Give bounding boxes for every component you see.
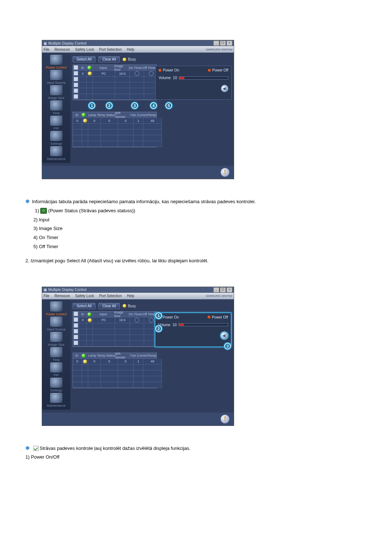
row-checkbox[interactable] bbox=[74, 94, 78, 99]
row-status-icon bbox=[88, 318, 92, 322]
sidebar-item-time[interactable]: Time bbox=[50, 100, 62, 115]
power-off-button[interactable]: Power Off bbox=[208, 315, 228, 319]
col-input: Input bbox=[93, 65, 114, 70]
row-status-icon bbox=[83, 119, 87, 123]
sidebar-item-settings[interactable]: Settings bbox=[50, 131, 62, 145]
status-bar: ! bbox=[42, 413, 234, 426]
menu-help[interactable]: Help bbox=[127, 294, 134, 298]
row-checkbox[interactable] bbox=[74, 323, 78, 328]
maximize-button[interactable]: ▢ bbox=[220, 41, 226, 46]
table-row[interactable]: 0 0 0 0 1 49 bbox=[73, 359, 162, 365]
sidebar-item-pip[interactable]: PIP bbox=[50, 362, 62, 377]
sidebar-item-image-size[interactable]: Image Size bbox=[48, 85, 64, 100]
sidebar-item-input-source[interactable]: Input Source bbox=[47, 317, 65, 331]
menu-remocon[interactable]: Remocon bbox=[54, 294, 70, 298]
row-checkbox[interactable] bbox=[74, 83, 78, 88]
menu-help[interactable]: Help bbox=[127, 48, 134, 52]
image-size-icon bbox=[50, 332, 62, 342]
select-all-button[interactable]: Select All bbox=[73, 56, 95, 62]
legend-power-onoff: 1) Power On/Off bbox=[25, 454, 367, 461]
star-icon: ✱ bbox=[25, 198, 30, 204]
menu-safety-lock[interactable]: Safety Lock bbox=[75, 294, 94, 298]
row-checkbox[interactable] bbox=[74, 317, 78, 323]
callout-4: 4 bbox=[150, 102, 158, 110]
sidebar-item-pip[interactable]: PIP bbox=[50, 116, 62, 130]
app-icon: ▣ bbox=[44, 41, 47, 45]
minimize-button[interactable]: _ bbox=[213, 41, 219, 46]
check-all[interactable] bbox=[74, 65, 78, 70]
select-all-button[interactable]: Select All bbox=[73, 303, 95, 309]
off-timer-icon bbox=[149, 71, 154, 76]
callout-1: 1 bbox=[88, 102, 96, 110]
menu-safety-lock[interactable]: Safety Lock bbox=[75, 48, 94, 52]
mute-button[interactable]: ◀) bbox=[221, 85, 228, 92]
legend-off-timer: 5) Off Timer bbox=[33, 243, 367, 251]
check-all[interactable] bbox=[74, 312, 78, 317]
pip-icon bbox=[50, 362, 62, 373]
row-checkbox[interactable] bbox=[74, 341, 78, 346]
time-icon bbox=[50, 347, 62, 357]
callout-5: 5 bbox=[165, 102, 173, 110]
main-area: Select All Clear All Busy ID Input Image… bbox=[70, 53, 234, 163]
row-checkbox[interactable] bbox=[74, 71, 78, 76]
sidebar-item-time[interactable]: Time bbox=[50, 347, 62, 362]
menu-file[interactable]: File bbox=[44, 294, 49, 298]
power-off-button[interactable]: Power Off bbox=[208, 68, 228, 72]
maximize-button[interactable]: ▢ bbox=[220, 287, 226, 292]
titlebar: ▣ Multiple Display Control _ ▢ × bbox=[42, 40, 234, 46]
close-button[interactable]: × bbox=[226, 287, 232, 292]
callout-3: 3 bbox=[131, 102, 139, 110]
power-on-button[interactable]: Power On bbox=[159, 68, 179, 72]
sidebar-item-maintenance[interactable]: Maintenance bbox=[47, 146, 66, 161]
mute-button[interactable]: ◀) bbox=[221, 332, 228, 339]
status-icon bbox=[82, 113, 86, 117]
close-button[interactable]: × bbox=[226, 41, 232, 46]
row-checkbox[interactable] bbox=[74, 89, 78, 94]
row-status-icon bbox=[88, 71, 92, 75]
display-info-table: ID Input Image Size On Timer Off Timer 0… bbox=[73, 65, 157, 100]
sidebar-item-power-control[interactable]: Power Control bbox=[46, 301, 66, 316]
sidebar-item-settings[interactable]: Settings bbox=[50, 378, 62, 392]
volume-slider[interactable] bbox=[179, 323, 228, 326]
col-off-timer: Off Timer bbox=[143, 65, 156, 70]
input-source-icon bbox=[50, 317, 62, 327]
menu-port-selection[interactable]: Port Selection bbox=[99, 48, 122, 52]
callout-b2: 2 bbox=[155, 325, 163, 333]
sidebar-item-image-size[interactable]: Image Size bbox=[48, 332, 64, 346]
sidebar: Power Control Input Source Image Size Ti… bbox=[42, 299, 70, 410]
sidebar-item-power-control[interactable]: Power Control bbox=[46, 55, 66, 69]
settings-icon bbox=[50, 378, 62, 388]
sidebar-item-input-source[interactable]: Input Source bbox=[47, 70, 65, 85]
image-size-icon bbox=[50, 85, 62, 95]
outro-text: Strāvas padeves kontrole ļauj kontrolēt … bbox=[40, 446, 191, 451]
menu-file[interactable]: File bbox=[44, 48, 49, 52]
window-title: Multiple Display Control bbox=[48, 288, 86, 292]
menubar: File Remocon Safety Lock Port Selection … bbox=[42, 293, 234, 299]
table-row[interactable]: 0 PC 16:9 bbox=[73, 71, 158, 77]
power-status-icon bbox=[40, 208, 47, 214]
menu-port-selection[interactable]: Port Selection bbox=[99, 294, 122, 298]
table-row[interactable]: 0 PC 16:9 bbox=[73, 317, 158, 323]
maintenance-icon bbox=[50, 146, 62, 156]
intro-text: Informācijas tabula parāda nepieciešamo … bbox=[32, 199, 256, 204]
off-timer-icon bbox=[149, 318, 154, 323]
clear-all-button[interactable]: Clear All bbox=[98, 56, 120, 62]
row-checkbox[interactable] bbox=[74, 77, 78, 82]
volume-label: Volume bbox=[159, 76, 171, 80]
clear-all-button[interactable]: Clear All bbox=[98, 303, 120, 309]
table-row[interactable]: 0 0 0 0 1 49 bbox=[73, 118, 162, 124]
col-image-size: Image Size bbox=[114, 65, 129, 70]
row-checkbox[interactable] bbox=[74, 335, 78, 340]
brand-label: SAMSUNG DIGITall bbox=[206, 48, 232, 51]
menu-remocon[interactable]: Remocon bbox=[54, 48, 70, 52]
sidebar-item-maintenance[interactable]: Maintenance bbox=[47, 393, 66, 407]
input-source-icon bbox=[50, 70, 62, 80]
volume-slider[interactable] bbox=[179, 77, 228, 79]
display-info-table: ID Input Image Size On Timer Off Timer 0… bbox=[73, 311, 157, 347]
busy-status: Busy bbox=[123, 57, 136, 61]
time-icon bbox=[50, 100, 62, 111]
row-checkbox[interactable] bbox=[74, 329, 78, 334]
minimize-button[interactable]: _ bbox=[213, 287, 219, 292]
power-control-icon bbox=[50, 55, 62, 65]
maintenance-icon bbox=[50, 393, 62, 403]
